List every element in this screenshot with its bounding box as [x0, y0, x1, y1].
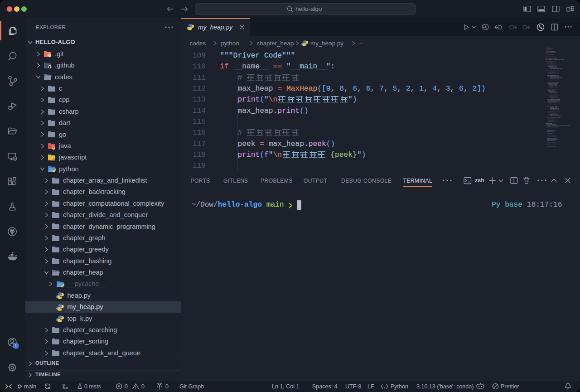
svg-text:JS: JS: [52, 157, 55, 160]
